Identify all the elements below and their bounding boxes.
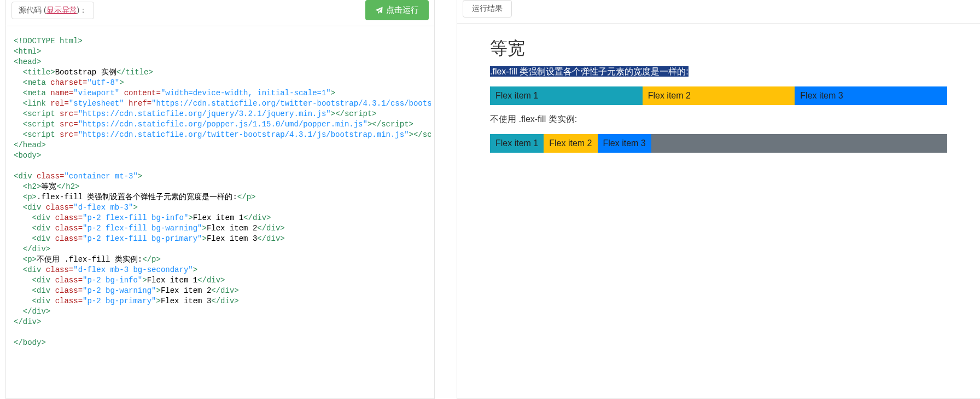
result-desc-2: 不使用 .flex-fill 类实例: [490, 114, 947, 125]
source-label: 源代码 ( 显示异常 )： [11, 2, 94, 19]
flex-item-3: Flex item 3 [795, 86, 947, 105]
result-desc-1-text: .flex-fill 类强制设置各个弹性子元素的宽度是一样的: [490, 66, 689, 77]
panel-gap [435, 0, 457, 399]
source-panel: 源代码 ( 显示异常 )： 点击运行 <!DOCTYPE html><html>… [5, 0, 435, 399]
code-editor[interactable]: <!DOCTYPE html><html><head> <title>Boots… [11, 32, 431, 393]
result-heading: 等宽 [490, 37, 947, 61]
flex-item-2: Flex item 2 [643, 86, 795, 105]
result-desc-1: .flex-fill 类强制设置各个弹性子元素的宽度是一样的: [490, 66, 947, 78]
app-layout: 源代码 ( 显示异常 )： 点击运行 <!DOCTYPE html><html>… [0, 0, 980, 399]
no-fill-item-1: Flex item 1 [490, 134, 544, 153]
flex-fill-row: Flex item 1 Flex item 2 Flex item 3 [490, 86, 947, 105]
result-header: 运行结果 [457, 0, 980, 24]
paper-plane-icon [375, 7, 383, 14]
code-editor-wrap: <!DOCTYPE html><html><head> <title>Boots… [6, 26, 434, 398]
run-button-label: 点击运行 [386, 5, 419, 15]
flex-item-1: Flex item 1 [490, 86, 643, 105]
run-button[interactable]: 点击运行 [365, 0, 429, 20]
result-label: 运行结果 [463, 0, 512, 18]
result-panel: 运行结果 等宽 .flex-fill 类强制设置各个弹性子元素的宽度是一样的: … [457, 0, 980, 399]
no-fill-row: Flex item 1 Flex item 2 Flex item 3 [490, 134, 947, 153]
result-area: 等宽 .flex-fill 类强制设置各个弹性子元素的宽度是一样的: Flex … [457, 24, 980, 398]
no-fill-item-2: Flex item 2 [544, 134, 597, 153]
source-label-prefix: 源代码 ( [19, 5, 46, 15]
no-fill-item-3: Flex item 3 [598, 134, 651, 153]
source-label-suffix: )： [77, 5, 88, 15]
source-header: 源代码 ( 显示异常 )： 点击运行 [6, 0, 434, 26]
show-exception-link[interactable]: 显示异常 [46, 5, 77, 15]
